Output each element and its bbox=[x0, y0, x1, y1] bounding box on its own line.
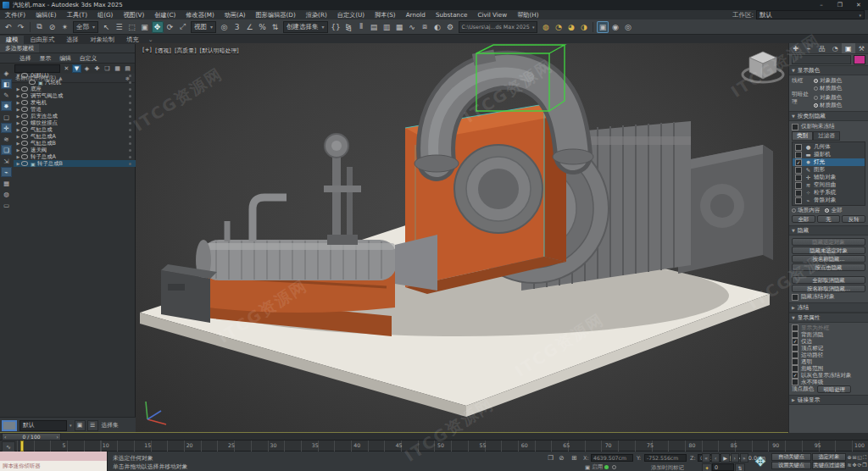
display-prop-checkbox[interactable] bbox=[792, 331, 798, 338]
project-path-field[interactable]: C:\Users\aj...ds Max 2025 ▾ bbox=[459, 21, 538, 33]
render-production-teapot-icon[interactable]: ◍ bbox=[540, 21, 552, 33]
chevron-down-icon[interactable]: ▾ bbox=[70, 423, 72, 428]
expand-arrow-icon[interactable]: ▶ bbox=[15, 161, 21, 166]
expand-arrow-icon[interactable]: ▶ bbox=[15, 86, 21, 91]
select-and-rotate-icon[interactable]: ⟳ bbox=[164, 21, 176, 33]
frozen-state-dot[interactable] bbox=[129, 129, 131, 131]
rollout-display-color[interactable]: ▼ 显示颜色 bbox=[789, 65, 868, 75]
rollout-link-display[interactable]: ▶ 链接显示 bbox=[789, 395, 868, 405]
hide-frozen-checkbox[interactable] bbox=[792, 294, 798, 301]
hide-button-按名称取消隐藏...[interactable]: 按名称取消隐藏... bbox=[792, 285, 865, 292]
modify-tab[interactable]: ⌁ bbox=[803, 43, 816, 53]
angle-snap-icon[interactable]: ∠ bbox=[244, 21, 256, 33]
ribbon-overflow-icon[interactable]: ⌄ bbox=[148, 36, 153, 43]
ribbon-tab-选择[interactable]: 选择 bbox=[60, 36, 84, 44]
wireframe-material-color-radio[interactable] bbox=[814, 86, 818, 91]
percent-snap-icon[interactable]: % bbox=[257, 21, 269, 33]
render-preset-teapot-icon[interactable]: ◕ bbox=[565, 21, 577, 33]
layer-color-swatch[interactable] bbox=[2, 420, 17, 431]
explorer-row-转子总成A[interactable]: ▶转子总成A bbox=[14, 153, 136, 160]
category-button-全部[interactable]: 全部 bbox=[792, 215, 815, 223]
category-button-无[interactable]: 无 bbox=[817, 215, 841, 223]
eye-visibility-icon[interactable] bbox=[21, 127, 28, 132]
redo-icon[interactable]: ↷ bbox=[15, 21, 27, 33]
maxscript-mini-listener[interactable]: 脚本迷你侦听器 bbox=[0, 452, 108, 471]
named-selection-sets-dropdown[interactable]: 创建选择集▾ bbox=[283, 21, 328, 33]
hide-button-全部取消隐藏[interactable]: 全部取消隐藏 bbox=[792, 276, 865, 284]
unlink-selection-icon[interactable]: ⊘ bbox=[47, 21, 58, 33]
display-geometry-icon[interactable]: ◧ bbox=[1, 79, 12, 89]
expand-arrow-icon[interactable]: ▼ bbox=[15, 73, 21, 78]
frozen-state-dot[interactable] bbox=[129, 95, 131, 97]
display-prop-checkbox[interactable]: ✓ bbox=[792, 372, 798, 379]
hide-button-按点击隐藏[interactable]: 按点击隐藏 bbox=[792, 263, 865, 271]
expand-arrow-icon[interactable]: ▶ bbox=[15, 93, 21, 98]
shaded-object-color-radio[interactable] bbox=[814, 96, 818, 100]
time-slider-grip[interactable]: ‹ 0 / 100 › bbox=[2, 433, 61, 441]
x-coordinate-field[interactable]: 4639.507cm bbox=[591, 454, 633, 462]
frozen-state-dot[interactable] bbox=[129, 163, 131, 165]
motion-tab[interactable]: ◔ bbox=[829, 43, 843, 53]
current-layer-field[interactable]: 默认 bbox=[19, 420, 67, 431]
eye-visibility-icon[interactable] bbox=[21, 161, 28, 166]
align-icon[interactable]: ⫴ bbox=[355, 21, 367, 33]
rollout-hide[interactable]: ▼ 隐藏 bbox=[789, 225, 868, 236]
viewport-label-1[interactable]: [透视] bbox=[155, 47, 171, 55]
eye-visibility-icon[interactable] bbox=[21, 107, 28, 112]
category-item-辅助对象[interactable]: ✛辅助对象 bbox=[793, 174, 865, 181]
rollout-display-properties[interactable]: ▼ 显示属性 bbox=[789, 313, 868, 323]
category-checkbox[interactable] bbox=[795, 182, 802, 189]
perspective-viewport[interactable]: [+][透视][高质量][默认明暗处理] bbox=[136, 43, 788, 433]
spinner-snap-icon[interactable]: ⇅ bbox=[270, 21, 281, 33]
menu-item-Substance[interactable]: Substance bbox=[431, 11, 473, 19]
frozen-state-dot[interactable] bbox=[129, 136, 131, 138]
isolate-selection-icon[interactable]: ❒ bbox=[546, 453, 555, 463]
explorer-menu-编辑[interactable]: 编辑 bbox=[55, 54, 75, 63]
listener-text[interactable]: 脚本迷你侦听器 bbox=[0, 461, 107, 471]
wireframe-object-color-radio[interactable] bbox=[814, 79, 818, 83]
menu-item-Civil View[interactable]: Civil View bbox=[473, 11, 513, 19]
category-item-空间扭曲[interactable]: ≋空间扭曲 bbox=[793, 181, 865, 189]
category-item-骨骼对象[interactable]: ⌁骨骼对象 bbox=[793, 197, 865, 204]
menu-item-工具(T)[interactable]: 工具(T) bbox=[62, 11, 92, 19]
frozen-state-dot[interactable] bbox=[129, 75, 131, 77]
display-cameras-icon[interactable]: ▢ bbox=[1, 112, 12, 122]
viewport-label-0[interactable]: [+] bbox=[142, 47, 152, 55]
arnold-render-icon[interactable]: ◎ bbox=[622, 21, 634, 33]
menu-item-组(G)[interactable]: 组(G) bbox=[92, 11, 118, 19]
category-tab-类别[interactable]: 类别 bbox=[792, 131, 813, 141]
material-editor-icon[interactable]: ◐ bbox=[431, 21, 443, 33]
frozen-state-dot[interactable] bbox=[129, 88, 131, 91]
cached-playback-icon[interactable]: ▣ bbox=[585, 464, 590, 471]
scene-explorer-toggle-icon[interactable]: ▤ bbox=[368, 21, 380, 33]
explorer-menu-选择[interactable]: 选择 bbox=[15, 54, 36, 63]
eye-visibility-icon[interactable] bbox=[21, 73, 28, 78]
ribbon-toggle-icon[interactable]: ▦ bbox=[393, 21, 405, 33]
eye-visibility-icon[interactable] bbox=[21, 93, 28, 98]
frame-spinner[interactable]: ⇅ bbox=[735, 463, 745, 471]
menu-item-编辑(E)[interactable]: 编辑(E) bbox=[31, 11, 62, 19]
frozen-state-dot[interactable] bbox=[129, 81, 131, 84]
rectangular-selection-region-icon[interactable]: ⬚ bbox=[126, 21, 138, 33]
ribbon-tab-对象绘制[interactable]: 对象绘制 bbox=[85, 36, 121, 44]
ribbon-tab-自由形式[interactable]: 自由形式 bbox=[24, 36, 60, 44]
rollout-hide-by-category[interactable]: ▼ 按类别隐藏 bbox=[789, 111, 868, 121]
menu-item-Arnold[interactable]: Arnold bbox=[401, 11, 431, 19]
expand-arrow-icon[interactable]: ▶ bbox=[15, 134, 21, 139]
display-prop-checkbox[interactable] bbox=[792, 365, 798, 372]
eye-visibility-icon[interactable] bbox=[21, 141, 28, 146]
category-item-灯光[interactable]: ✓✸灯光 bbox=[793, 158, 865, 166]
explorer-menu-自定义[interactable]: 自定义 bbox=[75, 54, 101, 63]
category-item-摄影机[interactable]: ▬摄影机 bbox=[793, 151, 865, 158]
select-object-icon[interactable]: ↖ bbox=[101, 21, 113, 33]
eye-visibility-icon[interactable] bbox=[21, 114, 28, 119]
bind-to-space-warp-icon[interactable]: ✴ bbox=[59, 21, 71, 33]
expand-arrow-icon[interactable]: ▶ bbox=[15, 114, 21, 119]
eye-visibility-icon[interactable] bbox=[21, 120, 28, 125]
display-shapes-icon[interactable]: ✎ bbox=[1, 90, 12, 100]
display-prop-checkbox[interactable]: ✓ bbox=[792, 338, 798, 345]
menu-item-自定义(U)[interactable]: 自定义(U) bbox=[332, 11, 370, 19]
category-item-粒子系统[interactable]: ⁘粒子系统 bbox=[793, 189, 865, 197]
menu-item-修改器(M)[interactable]: 修改器(M) bbox=[181, 11, 219, 19]
eye-visibility-icon[interactable] bbox=[21, 134, 28, 139]
